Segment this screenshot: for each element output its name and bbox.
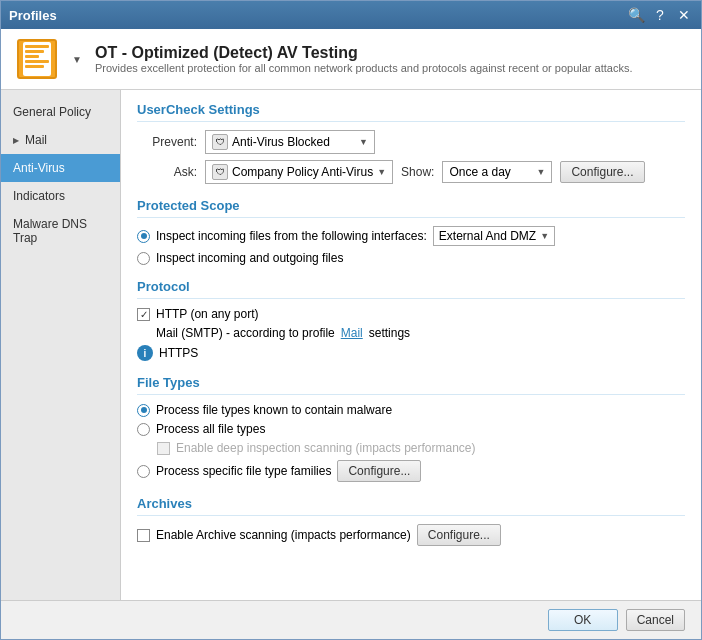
profile-icon xyxy=(17,39,57,79)
show-label: Show: xyxy=(401,165,434,179)
profile-subtitle: Provides excellent protection for all co… xyxy=(95,62,632,74)
configure-filetypes-button[interactable]: Configure... xyxy=(337,460,421,482)
ask-icon: 🛡 xyxy=(212,164,228,180)
inspect-incoming-row: Inspect incoming files from the followin… xyxy=(137,226,685,246)
mail-link[interactable]: Mail xyxy=(341,326,363,340)
close-icon[interactable]: ✕ xyxy=(675,6,693,24)
mail-row: Mail (SMTP) - according to profile Mail … xyxy=(137,326,685,340)
interface-dropdown[interactable]: External And DMZ ▼ xyxy=(433,226,555,246)
interface-value: External And DMZ xyxy=(439,229,536,243)
archive-scan-row: Enable Archive scanning (impacts perform… xyxy=(137,524,685,546)
ask-row: Ask: 🛡 Company Policy Anti-Virus ▼ Show:… xyxy=(137,160,685,184)
configure-archives-button[interactable]: Configure... xyxy=(417,524,501,546)
sidebar-label-malware-dns: Malware DNS Trap xyxy=(13,217,108,245)
content-panel: UserCheck Settings Prevent: 🛡 Anti-Virus… xyxy=(121,90,701,600)
profile-title: OT - Optimized (Detect) AV Testing xyxy=(95,44,632,62)
main-window: Profiles 🔍 ? ✕ ▼ OT - Optimized (Detect)… xyxy=(0,0,702,640)
title-bar-title: Profiles xyxy=(9,8,57,23)
sidebar-item-indicators[interactable]: Indicators xyxy=(1,182,120,210)
deep-scan-row: Enable deep inspection scanning (impacts… xyxy=(157,441,685,455)
process-specific-row: Process specific file type families Conf… xyxy=(137,460,685,482)
inspect-outgoing-label: Inspect incoming and outgoing files xyxy=(156,251,343,265)
show-value: Once a day xyxy=(449,165,510,179)
sidebar-label-mail: Mail xyxy=(25,133,47,147)
body-area: General Policy Mail Anti-Virus Indicator… xyxy=(1,90,701,600)
show-caret-icon: ▼ xyxy=(537,167,546,177)
ask-caret-icon: ▼ xyxy=(377,167,386,177)
ok-button[interactable]: OK xyxy=(548,609,618,631)
prevent-dropdown[interactable]: 🛡 Anti-Virus Blocked ▼ xyxy=(205,130,375,154)
sidebar-item-malware-dns[interactable]: Malware DNS Trap xyxy=(1,210,120,252)
help-icon[interactable]: ? xyxy=(651,6,669,24)
prevent-row: Prevent: 🛡 Anti-Virus Blocked ▼ xyxy=(137,130,685,154)
http-label: HTTP (on any port) xyxy=(156,307,258,321)
title-bar-left: Profiles xyxy=(9,8,57,23)
header-area: ▼ OT - Optimized (Detect) AV Testing Pro… xyxy=(1,29,701,90)
protocol-header: Protocol xyxy=(137,279,685,299)
search-icon[interactable]: 🔍 xyxy=(627,6,645,24)
file-types-header: File Types xyxy=(137,375,685,395)
sidebar-item-antivirus[interactable]: Anti-Virus xyxy=(1,154,120,182)
protocol-section: Protocol ✓ HTTP (on any port) Mail (SMTP… xyxy=(137,279,685,361)
sidebar-label-antivirus: Anti-Virus xyxy=(13,161,65,175)
footer: OK Cancel xyxy=(1,600,701,639)
prevent-icon: 🛡 xyxy=(212,134,228,150)
title-bar-icons: 🔍 ? ✕ xyxy=(627,6,693,24)
archives-section: Archives Enable Archive scanning (impact… xyxy=(137,496,685,546)
ask-label: Ask: xyxy=(137,165,197,179)
sidebar-item-mail[interactable]: Mail xyxy=(1,126,120,154)
title-bar: Profiles 🔍 ? ✕ xyxy=(1,1,701,29)
http-checkbox[interactable]: ✓ xyxy=(137,308,150,321)
process-all-radio[interactable] xyxy=(137,423,150,436)
header-text: OT - Optimized (Detect) AV Testing Provi… xyxy=(95,44,632,74)
archives-header: Archives xyxy=(137,496,685,516)
prevent-caret-icon: ▼ xyxy=(359,137,368,147)
https-info-icon: i xyxy=(137,345,153,361)
process-all-label: Process all file types xyxy=(156,422,265,436)
archive-scan-label: Enable Archive scanning (impacts perform… xyxy=(156,528,411,542)
show-dropdown[interactable]: Once a day ▼ xyxy=(442,161,552,183)
inspect-outgoing-radio[interactable] xyxy=(137,252,150,265)
interface-caret-icon: ▼ xyxy=(540,231,549,241)
sidebar-item-general-policy[interactable]: General Policy xyxy=(1,98,120,126)
sidebar-label-indicators: Indicators xyxy=(13,189,65,203)
inspect-incoming-label: Inspect incoming files from the followin… xyxy=(156,229,427,243)
sidebar-label-general-policy: General Policy xyxy=(13,105,91,119)
prevent-label: Prevent: xyxy=(137,135,197,149)
sidebar: General Policy Mail Anti-Virus Indicator… xyxy=(1,90,121,600)
usercheck-header: UserCheck Settings xyxy=(137,102,685,122)
process-malware-label: Process file types known to contain malw… xyxy=(156,403,392,417)
inspect-incoming-radio[interactable] xyxy=(137,230,150,243)
cancel-button[interactable]: Cancel xyxy=(626,609,685,631)
mail-suffix: settings xyxy=(369,326,410,340)
protected-scope-section: Protected Scope Inspect incoming files f… xyxy=(137,198,685,265)
protected-scope-header: Protected Scope xyxy=(137,198,685,218)
deep-scan-checkbox[interactable] xyxy=(157,442,170,455)
configure-usercheck-button[interactable]: Configure... xyxy=(560,161,644,183)
mail-prefix: Mail (SMTP) - according to profile xyxy=(156,326,335,340)
dropdown-arrow-icon[interactable]: ▼ xyxy=(69,51,85,67)
archive-scan-checkbox[interactable] xyxy=(137,529,150,542)
http-row: ✓ HTTP (on any port) xyxy=(137,307,685,321)
file-types-section: File Types Process file types known to c… xyxy=(137,375,685,482)
ask-value: Company Policy Anti-Virus xyxy=(232,165,373,179)
https-row: i HTTPS xyxy=(137,345,685,361)
process-malware-row: Process file types known to contain malw… xyxy=(137,403,685,417)
process-specific-radio[interactable] xyxy=(137,465,150,478)
https-label: HTTPS xyxy=(159,346,198,360)
inspect-outgoing-row: Inspect incoming and outgoing files xyxy=(137,251,685,265)
process-all-row: Process all file types xyxy=(137,422,685,436)
deep-scan-label: Enable deep inspection scanning (impacts… xyxy=(176,441,476,455)
ask-dropdown[interactable]: 🛡 Company Policy Anti-Virus ▼ xyxy=(205,160,393,184)
process-specific-label: Process specific file type families xyxy=(156,464,331,478)
usercheck-section: UserCheck Settings Prevent: 🛡 Anti-Virus… xyxy=(137,102,685,184)
process-malware-radio[interactable] xyxy=(137,404,150,417)
prevent-value: Anti-Virus Blocked xyxy=(232,135,330,149)
